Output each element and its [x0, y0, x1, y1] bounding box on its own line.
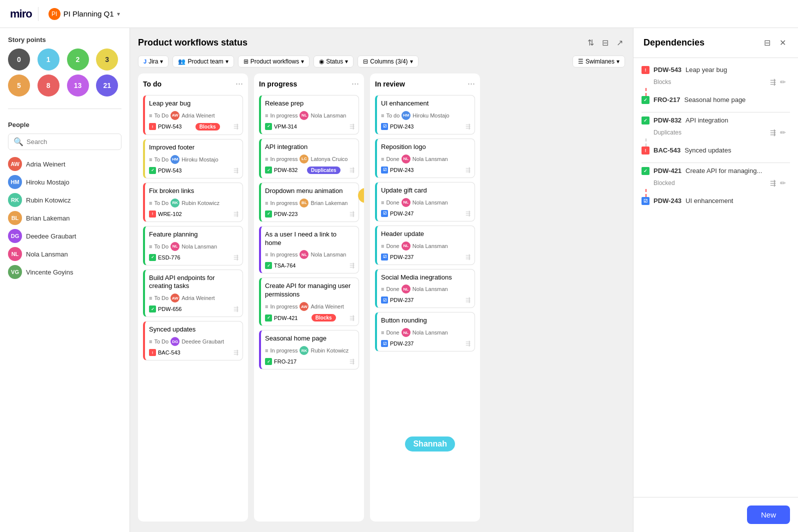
card-title: Header update — [381, 230, 470, 238]
card-arrow-icon[interactable]: ⇶ — [350, 262, 354, 269]
card-arrow-icon[interactable]: ⇶ — [466, 210, 470, 217]
card-arrow-icon[interactable]: ⇶ — [350, 123, 354, 130]
card-synced-updates[interactable]: Synced updates ≡ To Do DG Deedee Graubar… — [143, 321, 243, 360]
card-header-update[interactable]: Header update ≡ Done NL Nola Lansman ☑ P… — [375, 226, 475, 265]
card-arrow-icon[interactable]: ⇶ — [350, 358, 354, 365]
card-arrow-icon[interactable]: ⇶ — [234, 167, 238, 174]
card-button-rounding[interactable]: Button rounding ≡ Done NL Nola Lansman ☑… — [375, 312, 475, 352]
close-panel-button[interactable]: ✕ — [778, 36, 788, 50]
card-arrow-icon[interactable]: ⇶ — [234, 254, 238, 261]
card-meta: ≡ In progress NL Nola Lansman — [265, 250, 354, 259]
filter-columns[interactable]: ⊟ Columns (3/4) ▾ — [358, 56, 418, 68]
card-arrow-icon[interactable]: ⇶ — [466, 166, 470, 174]
sp-2[interactable]: 2 — [67, 48, 89, 70]
card-id: ✓ PDW-421 — [265, 314, 298, 322]
assignee-name: Nola Lansman — [310, 112, 346, 118]
card-footer: ! BAC-543 ⇶ — [149, 349, 238, 356]
card-arrow-icon[interactable]: ⇶ — [234, 210, 238, 218]
card-arrow-icon[interactable]: ⇶ — [234, 349, 238, 356]
dep-title: Create API for managing... — [686, 167, 762, 174]
avatar: BL — [300, 198, 308, 208]
card-social-media[interactable]: Social Media inegrations ≡ Done NL Nola … — [375, 269, 475, 308]
card-arrow-icon[interactable]: ⇶ — [234, 306, 238, 312]
card-ui-enhancement[interactable]: UI enhancement ≡ To do HM Hiroku Mostajo… — [375, 95, 475, 134]
swimlane-button[interactable]: ☰ Swimlanes ▾ — [572, 56, 625, 68]
sp-1[interactable]: 1 — [38, 48, 60, 70]
card-arrow-icon[interactable]: ⇶ — [466, 123, 470, 130]
board-title-button[interactable]: PI PI Planning Q1 ▾ — [44, 6, 124, 22]
card-build-api[interactable]: Build API endpoints for creating tasks ≡… — [143, 270, 243, 318]
sp-0[interactable]: 0 — [8, 48, 30, 70]
list-item[interactable]: AW Adria Weinert — [8, 155, 122, 173]
card-arrow-icon[interactable]: ⇶ — [350, 166, 354, 174]
card-arrow-icon[interactable]: ⇶ — [234, 123, 238, 130]
filter-jira[interactable]: J Jira ▾ — [138, 56, 168, 68]
column-more-icon[interactable]: ··· — [352, 78, 359, 89]
assignee-name: Nola Lansman — [412, 243, 448, 249]
board-icon: PI — [48, 8, 60, 20]
card-status: To Do — [154, 200, 168, 206]
card-arrow-icon[interactable]: ⇶ — [350, 210, 354, 218]
link-icon[interactable]: ⇶ — [770, 128, 776, 136]
card-arrow-icon[interactable]: ⇶ — [466, 340, 470, 347]
sp-21[interactable]: 21 — [96, 74, 118, 96]
list-item[interactable]: NL Nola Lansman — [8, 245, 122, 263]
card-title: Create API for managing user permissions — [265, 282, 354, 299]
card-arrow-icon[interactable]: ⇶ — [466, 296, 470, 304]
card-release-prep[interactable]: Release prep ≡ In progress NL Nola Lansm… — [259, 95, 359, 134]
card-api-integration[interactable]: API integration ≡ In progress LC Latonya… — [259, 138, 359, 178]
sort-button[interactable]: ⇅ — [586, 36, 596, 50]
filter-status[interactable]: ◉ Status ▾ — [314, 56, 354, 68]
list-item[interactable]: DG Deedee Graubart — [8, 227, 122, 245]
filter-panel-button[interactable]: ⊟ — [762, 36, 772, 50]
people-search[interactable]: 🔍 — [8, 134, 122, 150]
card-dropdown-animation[interactable]: Dropdown menu animation ≡ In progress BL… — [259, 182, 359, 222]
column-more-icon[interactable]: ··· — [236, 78, 243, 89]
filter-product-team[interactable]: 👥 Product team ▾ — [172, 56, 234, 68]
list-item[interactable]: RK Rubin Kotowicz — [8, 191, 122, 209]
dep-rel-icons: ⇶ ✏ — [770, 78, 786, 86]
card-improved-footer[interactable]: Improved footer ≡ To Do HM Hiroku Mostaj… — [143, 139, 243, 178]
edit-icon[interactable]: ✏ — [780, 78, 786, 86]
filter-button[interactable]: ⊟ — [600, 36, 610, 50]
edit-icon[interactable]: ✏ — [780, 128, 786, 136]
card-seasonal-home[interactable]: Seasonal home page ≡ In progress RK Rubi… — [259, 330, 359, 370]
list-item[interactable]: BL Brian Lakeman — [8, 209, 122, 227]
avatar: HM — [8, 175, 22, 189]
card-arrow-icon[interactable]: ⇶ — [466, 254, 470, 260]
filter-product-workflows[interactable]: ⊞ Product workflows ▾ — [238, 56, 310, 68]
list-item[interactable]: VG Vincente Goyins — [8, 263, 122, 281]
hannah-tooltip: Hannah — [358, 188, 364, 203]
edit-icon[interactable]: ✏ — [780, 179, 786, 187]
sp-5[interactable]: 5 — [8, 74, 30, 96]
card-leap-year[interactable]: Leap year bug ≡ To Do AW Adria Weinert !… — [143, 95, 243, 135]
link-icon[interactable]: ⇶ — [770, 78, 776, 86]
sp-8[interactable]: 8 — [38, 74, 60, 96]
sp-3[interactable]: 3 — [96, 48, 118, 70]
card-meta: ≡ To Do HM Hiroku Mostajo — [149, 155, 238, 164]
column-more-icon[interactable]: ··· — [468, 78, 475, 89]
card-fix-broken-links[interactable]: Fix broken links ≡ To Do RK Rubin Kotowi… — [143, 182, 243, 222]
card-footer: ✓ PDW-421 Blocks ⇶ — [265, 314, 354, 322]
sp-13[interactable]: 13 — [67, 74, 89, 96]
card-status: Done — [386, 330, 399, 336]
id-label: PDW-237 — [390, 297, 414, 303]
card-feature-planning[interactable]: Feature planning ≡ To Do NL Nola Lansman… — [143, 226, 243, 266]
avatar: NL — [300, 111, 308, 120]
card-link-to-home[interactable]: As a user I need a link to home ≡ In pro… — [259, 226, 359, 274]
card-create-api[interactable]: Create API for managing user permissions… — [259, 278, 359, 326]
card-status: To do — [386, 112, 400, 118]
list-item[interactable]: HM Hiroku Mostajo — [8, 173, 122, 191]
link-icon[interactable]: ⇶ — [770, 179, 776, 187]
card-reposition-logo[interactable]: Reposition logo ≡ Done NL Nola Lansman ☑… — [375, 138, 475, 178]
dep-id: PDW-243 — [654, 197, 682, 204]
export-button[interactable]: ↗ — [614, 36, 625, 50]
new-button[interactable]: New — [747, 506, 790, 524]
card-arrow-icon[interactable]: ⇶ — [350, 314, 354, 322]
people-search-input[interactable] — [26, 138, 116, 146]
status-icon: ◉ — [319, 58, 324, 65]
card-id: ☑ PDW-237 — [381, 296, 414, 304]
card-title: As a user I need a link to home — [265, 230, 354, 248]
card-update-gift-card[interactable]: Update gift card ≡ Done NL Nola Lansman … — [375, 182, 475, 222]
hamburger-icon: ≡ — [381, 112, 384, 118]
